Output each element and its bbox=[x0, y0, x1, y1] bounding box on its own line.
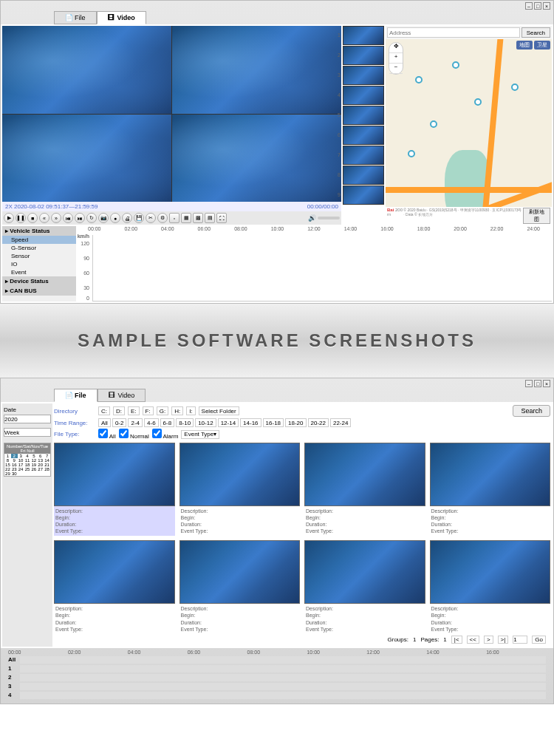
timeline-row[interactable]: 1 bbox=[8, 665, 546, 672]
map-poi-icon[interactable] bbox=[474, 98, 482, 106]
map-zoom-out[interactable]: − bbox=[389, 64, 403, 74]
time-range-All[interactable]: All bbox=[98, 418, 111, 427]
fullscreen-button[interactable]: ⛶ bbox=[216, 213, 227, 223]
search-button[interactable]: Search bbox=[513, 405, 550, 417]
prev-button[interactable]: ⏮ bbox=[63, 213, 73, 223]
calendar-day[interactable] bbox=[18, 471, 24, 476]
map-poi-icon[interactable] bbox=[408, 150, 415, 157]
map-layer-sat[interactable]: 卫星 bbox=[534, 41, 550, 50]
pager-go[interactable]: Go bbox=[532, 636, 546, 644]
calendar-day[interactable] bbox=[24, 471, 31, 476]
time-range-12-14[interactable]: 12-14 bbox=[218, 418, 239, 427]
sidebar-vehicle-status[interactable]: ▸ Vehicle Status bbox=[2, 226, 76, 236]
gallery-item[interactable]: Description:Begin:Duration:Event Type: bbox=[179, 443, 301, 536]
time-range-14-16[interactable]: 14-16 bbox=[240, 418, 261, 427]
sidebar-item-gsensor[interactable]: G-Sensor bbox=[2, 244, 76, 252]
pager-first[interactable]: |< bbox=[451, 636, 462, 644]
fastfwd-button[interactable]: » bbox=[51, 213, 61, 223]
thumbnail-8[interactable]: 8 bbox=[343, 166, 384, 185]
map-poi-icon[interactable] bbox=[415, 76, 423, 84]
thumbnail-2[interactable]: 2 bbox=[343, 46, 384, 65]
snapshot-button[interactable]: 📷 bbox=[98, 213, 109, 223]
event-type-dropdown[interactable]: Event Type ▾ bbox=[181, 430, 219, 439]
minimize-button[interactable]: – bbox=[525, 380, 533, 387]
thumbnail-5[interactable]: 5 bbox=[343, 106, 384, 125]
thumbnail-4[interactable]: 4 bbox=[343, 86, 384, 105]
cut-button[interactable]: ✂ bbox=[146, 213, 156, 223]
minimize-button[interactable]: – bbox=[525, 2, 533, 10]
pager-last[interactable]: >| bbox=[498, 636, 509, 644]
volume-slider[interactable] bbox=[318, 217, 340, 219]
time-range-4-6[interactable]: 4-6 bbox=[144, 418, 159, 427]
thumbnail-1[interactable]: 1 bbox=[343, 26, 384, 45]
pager-page-input[interactable] bbox=[513, 636, 527, 644]
tab-file[interactable]: 📄File bbox=[54, 389, 98, 402]
time-range-2-4[interactable]: 2-4 bbox=[128, 418, 143, 427]
time-range-20-22[interactable]: 20-22 bbox=[308, 418, 329, 427]
date-week-input[interactable] bbox=[4, 428, 51, 437]
map-search-button[interactable]: Search bbox=[521, 27, 550, 38]
play-button[interactable]: ▶ bbox=[4, 213, 14, 223]
video-cell-2[interactable] bbox=[172, 26, 341, 114]
sidebar-can-bus[interactable]: ▸ CAN BUS bbox=[2, 286, 76, 296]
thumbnail-7[interactable]: 7 bbox=[343, 146, 384, 165]
time-range-22-24[interactable]: 22-24 bbox=[330, 418, 351, 427]
filetype-alarm-checkbox[interactable]: Alarm bbox=[152, 429, 179, 440]
filetype-all-checkbox[interactable]: All bbox=[98, 429, 116, 440]
gallery-item[interactable]: Description:Begin:Duration:Event Type: bbox=[54, 540, 175, 633]
layout-2x2-button[interactable]: ▦ bbox=[181, 213, 191, 223]
sidebar-device-status[interactable]: ▸ Device Status bbox=[2, 276, 76, 286]
layout-1x1-button[interactable]: ▫ bbox=[169, 213, 179, 223]
map-poi-icon[interactable] bbox=[430, 120, 437, 128]
loop-button[interactable]: ↻ bbox=[86, 213, 97, 223]
sidebar-item-io[interactable]: IO bbox=[2, 260, 76, 268]
drive-i[interactable]: I: bbox=[186, 406, 195, 415]
gallery-item[interactable]: Description:Begin:Duration:Event Type: bbox=[54, 443, 175, 536]
tab-video[interactable]: 🎞Video bbox=[97, 11, 146, 24]
map-poi-icon[interactable] bbox=[511, 84, 519, 91]
calendar-day[interactable]: 29 bbox=[4, 471, 11, 476]
drive-c[interactable]: C: bbox=[98, 406, 110, 415]
thumbnail-6[interactable]: 6 bbox=[343, 126, 384, 145]
drive-d[interactable]: D: bbox=[113, 406, 125, 415]
video-cell-1[interactable] bbox=[2, 26, 171, 114]
time-range-8-10[interactable]: 8-10 bbox=[176, 418, 194, 427]
time-range-10-12[interactable]: 10-12 bbox=[195, 418, 216, 427]
timeline-row[interactable]: 4 bbox=[8, 692, 546, 699]
gallery-item[interactable]: Description:Begin:Duration:Event Type: bbox=[430, 443, 551, 536]
gallery-item[interactable]: Description:Begin:Duration:Event Type: bbox=[304, 540, 425, 633]
tab-video[interactable]: 🎞Video bbox=[98, 389, 146, 402]
drive-h[interactable]: H: bbox=[171, 406, 183, 415]
sidebar-item-speed[interactable]: Speed bbox=[2, 236, 76, 244]
video-cell-3[interactable] bbox=[2, 115, 171, 202]
calendar-day[interactable] bbox=[37, 471, 44, 476]
drive-g[interactable]: G: bbox=[157, 406, 168, 415]
thumbnail-3[interactable]: 3 bbox=[343, 66, 384, 85]
calendar-day[interactable]: 30 bbox=[11, 471, 18, 476]
map-layer-map[interactable]: 地图 bbox=[516, 41, 533, 50]
map-pan-icon[interactable]: ✥ bbox=[389, 43, 403, 53]
tab-file[interactable]: 📄File bbox=[54, 11, 97, 24]
map-address-input[interactable] bbox=[387, 27, 520, 38]
map-refresh-button[interactable]: 刷新地图 bbox=[523, 208, 550, 224]
layout-3x3-button[interactable]: ▩ bbox=[193, 213, 203, 223]
sidebar-item-event[interactable]: Event bbox=[2, 268, 76, 276]
select-folder-button[interactable]: Select Folder bbox=[199, 406, 239, 415]
volume-icon[interactable]: 🔊 bbox=[308, 214, 316, 222]
time-range-0-2[interactable]: 0-2 bbox=[112, 418, 127, 427]
timeline-row[interactable]: 3 bbox=[8, 683, 546, 690]
settings-button[interactable]: ⚙ bbox=[157, 213, 168, 223]
next-button[interactable]: ⏭ bbox=[75, 213, 85, 223]
time-range-6-8[interactable]: 6-8 bbox=[160, 418, 175, 427]
map-canvas[interactable]: 地图 卫星 ✥ + − bbox=[386, 39, 552, 207]
layout-4x4-button[interactable]: ▤ bbox=[205, 213, 215, 223]
pause-button[interactable]: ❚❚ bbox=[16, 213, 26, 223]
gallery-item[interactable]: Description:Begin:Duration:Event Type: bbox=[179, 540, 301, 633]
gallery-item[interactable]: Description:Begin:Duration:Event Type: bbox=[304, 443, 425, 536]
calendar-day[interactable] bbox=[44, 471, 50, 476]
maximize-button[interactable]: □ bbox=[534, 380, 541, 387]
rewind-button[interactable]: « bbox=[39, 213, 49, 223]
maximize-button[interactable]: □ bbox=[534, 2, 541, 10]
timeline-row[interactable]: All bbox=[8, 656, 546, 664]
filetype-normal-checkbox[interactable]: Normal bbox=[119, 429, 149, 440]
